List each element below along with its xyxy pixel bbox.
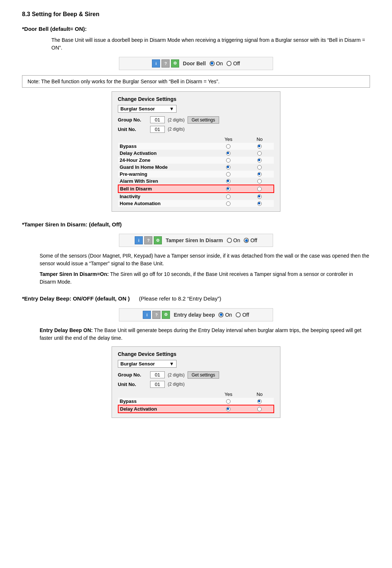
no-radio-cell[interactable]	[245, 164, 274, 171]
yes-radio[interactable]	[226, 172, 231, 176]
entry-off-label: Off	[242, 312, 249, 318]
door-bell-off-label: Off	[233, 61, 240, 66]
group-no-hint2: (2 digits)	[168, 372, 185, 378]
yes-radio[interactable]	[226, 187, 231, 191]
tamper-siren-section: *Tamper Siren In Disarm: (default, Off) …	[22, 221, 370, 286]
no-radio[interactable]	[257, 407, 262, 411]
group-no-hint: (2 digits)	[168, 117, 185, 123]
yes-radio[interactable]	[226, 194, 231, 199]
door-bell-on-circle	[210, 61, 215, 66]
no-radio-cell[interactable]	[245, 178, 274, 185]
no-radio-cell[interactable]	[245, 171, 274, 178]
group-no-input[interactable]	[150, 116, 165, 123]
row-label: Bypass	[118, 143, 211, 150]
yes-radio[interactable]	[226, 407, 231, 411]
yes-radio-cell[interactable]	[211, 171, 245, 178]
entry-desc: Entry Delay Beep ON: The Base Unit will …	[40, 327, 370, 342]
no-radio[interactable]	[257, 194, 262, 199]
tamper-off-label: Off	[250, 237, 257, 243]
help-icon2: ?	[144, 236, 152, 244]
no-radio[interactable]	[257, 151, 262, 156]
no-radio-cell[interactable]	[245, 157, 274, 164]
tamper-desc2-bold: Tamper Siren In Disarm=On:	[40, 271, 109, 277]
no-col-header2: No	[245, 391, 274, 398]
door-bell-on-radio[interactable]: On	[210, 61, 223, 66]
no-radio-cell[interactable]	[245, 193, 274, 200]
no-radio[interactable]	[257, 165, 262, 170]
table-row: Home Automation	[118, 200, 274, 207]
get-settings-button[interactable]: Get settings	[188, 116, 219, 124]
yes-radio-cell[interactable]	[211, 185, 245, 193]
yes-radio[interactable]	[226, 158, 231, 163]
yes-radio[interactable]	[226, 201, 231, 206]
row-label: Inactivity	[118, 193, 211, 200]
no-radio[interactable]	[257, 144, 262, 149]
row-label: Bell in Disarm	[118, 185, 211, 193]
yes-col-header2: Yes	[211, 391, 245, 398]
yes-radio[interactable]	[226, 179, 231, 183]
device-type-select2[interactable]: Burglar Sensor ▼	[118, 360, 274, 368]
entry-off-radio[interactable]: Off	[236, 312, 249, 318]
burglar-sensor-select[interactable]: Burglar Sensor ▼	[118, 105, 177, 113]
entry-delay-title: *Entry Delay Beep: ON/OFF (default, ON )…	[22, 295, 370, 303]
entry-delay-beep-section: *Entry Delay Beep: ON/OFF (default, ON )…	[22, 295, 370, 418]
settings-icon2: ⚙	[154, 236, 162, 244]
unit-no-label: Unit No.	[118, 127, 147, 132]
yes-radio-cell[interactable]	[211, 157, 245, 164]
no-radio[interactable]	[257, 179, 262, 183]
unit-no-input2[interactable]	[150, 381, 165, 388]
no-radio-cell[interactable]	[245, 200, 274, 207]
row-label: Home Automation	[118, 200, 211, 207]
row-label: 24-Hour Zone	[118, 157, 211, 164]
no-radio-cell[interactable]	[245, 185, 274, 193]
door-bell-icons: i ? ⚙	[152, 59, 179, 68]
no-radio[interactable]	[257, 201, 262, 206]
table-row: Bypass	[118, 143, 274, 150]
no-radio[interactable]	[257, 172, 262, 176]
burglar-sensor-select2[interactable]: Burglar Sensor ▼	[118, 360, 177, 368]
no-radio-cell[interactable]	[245, 405, 274, 413]
group-no-input2[interactable]	[150, 371, 165, 378]
yes-radio[interactable]	[226, 144, 231, 149]
device-type-select[interactable]: Burglar Sensor ▼	[118, 105, 274, 113]
no-radio[interactable]	[257, 399, 262, 404]
device-settings-title: Change Device Settings	[118, 96, 274, 102]
yes-radio-cell[interactable]	[211, 193, 245, 200]
tamper-on-label: On	[233, 237, 240, 243]
door-bell-title: *Door Bell (default= ON):	[22, 25, 370, 33]
tamper-on-radio[interactable]: On	[227, 237, 240, 243]
tamper-off-radio[interactable]: Off	[244, 237, 257, 243]
yes-radio[interactable]	[226, 165, 231, 170]
table-row: Guard In Home Mode	[118, 164, 274, 171]
no-radio-cell[interactable]	[245, 150, 274, 157]
settings-icon3: ⚙	[162, 311, 170, 319]
entry-desc-bold: Entry Delay Beep ON:	[40, 327, 93, 333]
yes-radio[interactable]	[226, 399, 231, 404]
table-row: Inactivity	[118, 193, 274, 200]
yes-radio-cell[interactable]	[211, 150, 245, 157]
settings-icon: ⚙	[171, 59, 179, 68]
get-settings-button2[interactable]: Get settings	[188, 371, 219, 379]
table-row: Alarm With Siren	[118, 178, 274, 185]
yes-radio-cell[interactable]	[211, 200, 245, 207]
door-bell-off-radio[interactable]: Off	[226, 61, 240, 66]
group-no-row2: Group No. (2 digits) Get settings	[118, 371, 274, 379]
no-radio[interactable]	[257, 158, 262, 163]
table-row: 24-Hour Zone	[118, 157, 274, 164]
unit-no-input[interactable]	[150, 126, 165, 133]
entry-delay-note: (Please refer to 8.2 “Entry Delay”)	[139, 295, 221, 302]
yes-radio-cell[interactable]	[211, 164, 245, 171]
no-radio[interactable]	[257, 187, 262, 191]
yes-radio-cell[interactable]	[211, 405, 245, 413]
tamper-on-circle	[227, 238, 232, 243]
info-icon: i	[152, 59, 160, 68]
group-no-label2: Group No.	[118, 372, 147, 378]
yes-radio-cell[interactable]	[211, 398, 245, 405]
yes-radio-cell[interactable]	[211, 143, 245, 150]
entry-on-radio[interactable]: On	[218, 312, 232, 318]
yes-radio-cell[interactable]	[211, 178, 245, 185]
no-radio-cell[interactable]	[245, 143, 274, 150]
yes-radio[interactable]	[226, 151, 231, 156]
group-no-label: Group No.	[118, 117, 147, 123]
no-radio-cell[interactable]	[245, 398, 274, 405]
